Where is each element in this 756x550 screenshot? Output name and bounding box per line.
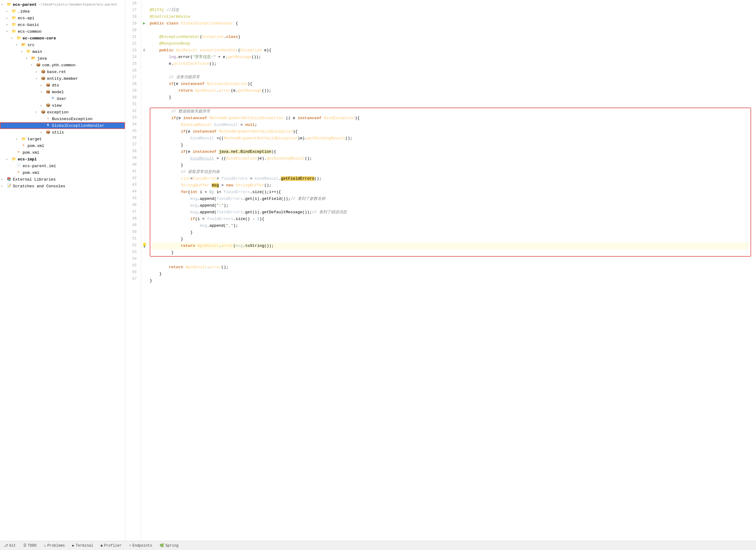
tree-item-pom-xml-root[interactable]: ⚙ pom.xml xyxy=(0,169,125,176)
class-icon: C xyxy=(50,96,56,101)
tree-item-view[interactable]: 📦 view xyxy=(0,102,125,109)
tree-item-user[interactable]: C User xyxy=(0,95,125,102)
tree-item-ecs-api[interactable]: 📁 ecs-api xyxy=(0,15,125,21)
code-line-33: if(e instanceof MethodArgumentNotValidEx… xyxy=(152,115,749,122)
tree-item-model[interactable]: 📦 model xyxy=(0,89,125,95)
tree-label-utils: utils xyxy=(52,130,64,135)
profiler-status[interactable]: ◉ Profiler xyxy=(99,543,123,548)
tree-arrow-view xyxy=(40,104,45,107)
code-line-36: bindResult =((MethodArgumentNotValidExce… xyxy=(152,135,749,142)
tree-label-idea: .idea xyxy=(18,9,30,14)
module-icon: 📁 xyxy=(11,22,17,27)
tree-label-com-yhh-common: com.yhh.common xyxy=(42,63,75,68)
tree-arrow-com-yhh-common xyxy=(31,63,35,67)
tree-label-dto: dto xyxy=(52,83,59,88)
code-line-22: @ResponseBody xyxy=(150,40,751,47)
tree-item-external-libraries[interactable]: 📚 External Libraries xyxy=(0,176,125,183)
tree-item-pom-xml-outer[interactable]: ⚙ pom.xml xyxy=(0,149,125,156)
xml-icon: ⚙ xyxy=(16,170,21,175)
highlighted-code-block: // 数据校验失败异常 if(e instanceof MethodArgume… xyxy=(150,108,751,257)
folder-src-icon: 📂 xyxy=(31,56,36,61)
todo-icon: ☰ xyxy=(23,543,27,548)
endpoints-label: Endpoints xyxy=(132,544,152,548)
git-label: Git xyxy=(9,544,16,548)
code-line-45: msg.append(fieldErrors.get(i).getField()… xyxy=(152,196,749,202)
tree-item-exception[interactable]: 📦 exception xyxy=(0,109,125,115)
tree-item-ecs-parent[interactable]: 📁 ecs-parent ~/IdeaProjects/JavaWorkspac… xyxy=(0,1,125,8)
tree-item-entity-member[interactable]: 📦 entity.member xyxy=(0,75,125,82)
line-numbers: 16 17 18 19 20 21 22 23 24 25 26 27 28 2… xyxy=(125,0,141,541)
git-status[interactable]: ⎇ Git xyxy=(2,543,17,548)
lib-icon: 📚 xyxy=(6,177,12,182)
tree-item-target[interactable]: 📁 target xyxy=(0,136,125,142)
tree-arrow-ecs-basic xyxy=(6,23,11,27)
tree-item-base-ret[interactable]: 📦 base.ret xyxy=(0,68,125,75)
code-line-34: BindingResult bindResult = null; xyxy=(152,122,749,128)
package-icon: 📦 xyxy=(40,110,46,115)
tree-label-main: main xyxy=(32,49,42,54)
code-content[interactable]: @Slf4j //日志 @ControllerAdvice public cla… xyxy=(147,0,756,541)
tree-item-ecs-parent-iml[interactable]: 📄 ecs-parent.iml xyxy=(0,163,125,169)
code-line-49: msg.append(","); xyxy=(152,222,749,229)
problems-status[interactable]: ⚠ Problems xyxy=(42,543,66,548)
tree-item-idea[interactable]: 📁 .idea xyxy=(0,8,125,15)
tree-item-ec-common-core[interactable]: 📁 ec-common-core xyxy=(0,35,125,42)
tree-arrow-external-libraries xyxy=(1,178,6,181)
code-line-20 xyxy=(150,27,751,34)
folder-src-icon: 📂 xyxy=(21,42,26,47)
code-line-37: } xyxy=(152,142,749,149)
tree-label-base-ret: base.ret xyxy=(47,70,66,74)
tree-arrow-ecs-api xyxy=(6,16,11,20)
profiler-label: Profiler xyxy=(104,544,122,548)
terminal-status[interactable]: ▶ Terminal xyxy=(71,543,94,548)
todo-status[interactable]: ☰ TODO xyxy=(22,543,38,548)
tree-label-scratches: Scratches and Consoles xyxy=(13,184,65,189)
tree-arrow-java xyxy=(26,57,31,60)
tree-item-java[interactable]: 📂 java xyxy=(0,55,125,62)
tree-item-dto[interactable]: 📦 dto xyxy=(0,82,125,89)
tree-item-business-exception[interactable]: ✦ BusinessException xyxy=(0,115,125,122)
tree-label-ecs-parent-iml: ecs-parent.iml xyxy=(23,164,56,168)
module-icon: 📁 xyxy=(16,36,21,41)
tree-arrow-dto xyxy=(40,83,45,87)
code-editor[interactable]: 16 17 18 19 20 21 22 23 24 25 26 27 28 2… xyxy=(125,0,756,541)
endpoints-status[interactable]: ⚡ Endpoints xyxy=(128,543,153,548)
problems-label: Problems xyxy=(47,544,65,548)
code-line-51: } xyxy=(152,236,749,243)
tree-label-ecs-impl: ecs-impl xyxy=(18,157,37,162)
tree-item-ecs-impl[interactable]: 📁 ecs-impl xyxy=(0,156,125,163)
tree-arrow-ecs-parent xyxy=(1,3,6,6)
tree-item-utils[interactable]: 📦 utils xyxy=(0,129,125,136)
tree-arrow-target xyxy=(16,137,21,141)
tree-item-global-exception-handler[interactable]: G GlobalExceptionHandler xyxy=(0,122,125,129)
tree-item-scratches[interactable]: 📝 Scratches and Consoles xyxy=(0,183,125,189)
tree-item-main[interactable]: 📁 main xyxy=(0,48,125,55)
module-icon: 📁 xyxy=(11,157,17,162)
code-line-39: bindResult = ((BindException)e).getBindi… xyxy=(152,155,749,162)
scratch-icon: 📝 xyxy=(6,184,12,189)
tree-item-src[interactable]: 📂 src xyxy=(0,42,125,48)
tree-arrow-ecs-impl xyxy=(6,157,11,161)
code-line-50: } xyxy=(152,229,749,236)
tree-label-pom-xml-inner: pom.xml xyxy=(28,144,44,148)
code-line-48: if(i < fieldErrors.size() - 1){ xyxy=(152,216,749,222)
tree-item-ecs-basic[interactable]: 📁 ecs-basic xyxy=(0,21,125,28)
tree-arrow-idea xyxy=(6,9,11,13)
tree-arrow-ecs-common xyxy=(6,30,11,33)
spring-icon: 🌿 xyxy=(160,543,164,548)
spring-status[interactable]: 🌿 Spring xyxy=(158,543,180,548)
tree-item-pom-xml-inner[interactable]: ⚙ pom.xml xyxy=(0,142,125,149)
code-line-27: // 业务功能异常 xyxy=(150,74,751,81)
code-line-16 xyxy=(150,0,751,7)
class-icon: G xyxy=(45,123,51,128)
tree-label-global-exception-handler: GlobalExceptionHandler xyxy=(52,123,105,128)
tree-label-src: src xyxy=(28,43,35,47)
code-line-17: @Slf4j //日志 xyxy=(150,7,751,13)
tree-item-com-yhh-common[interactable]: 📦 com.yhh.common xyxy=(0,62,125,68)
package-icon: 📦 xyxy=(35,63,41,68)
code-line-40: } xyxy=(152,162,749,169)
problems-icon: ⚠ xyxy=(44,543,46,548)
code-line-18: @ControllerAdvice xyxy=(150,13,751,20)
tree-item-ecs-common[interactable]: 📁 ecs-common xyxy=(0,28,125,35)
code-line-32: // 数据校验失败异常 xyxy=(152,108,749,115)
